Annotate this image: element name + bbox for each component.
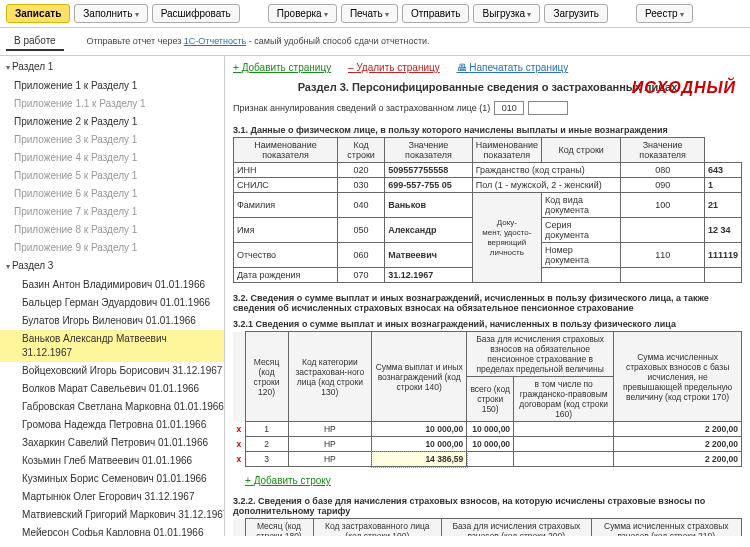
tree-person[interactable]: Громова Надежда Петровна 01.01.1966 bbox=[0, 416, 224, 434]
reporting-link[interactable]: 1С-Отчетность bbox=[184, 36, 246, 46]
delete-row-icon[interactable]: x bbox=[233, 452, 245, 467]
fill-button[interactable]: Заполнить bbox=[74, 4, 147, 23]
check-button[interactable]: Проверка bbox=[268, 4, 337, 23]
save-button[interactable]: Записать bbox=[6, 4, 70, 23]
tree-appendix[interactable]: Приложение 1 к Разделу 1 bbox=[0, 77, 224, 95]
add-page-link[interactable]: + Добавить страницу bbox=[233, 62, 331, 73]
load-button[interactable]: Загрузить bbox=[544, 4, 608, 23]
h32: 3.2. Сведения о сумме выплат и иных возн… bbox=[233, 289, 742, 315]
add-row-link-1[interactable]: + Добавить строку bbox=[245, 475, 331, 486]
tree-section-3[interactable]: Раздел 3 bbox=[0, 257, 224, 276]
tree-person[interactable]: Войцеховский Игорь Борисович 31.12.1967 bbox=[0, 362, 224, 380]
tree-appendix[interactable]: Приложение 5 к Разделу 1 bbox=[0, 167, 224, 185]
tree-person[interactable]: Матвиевский Григорий Маркович 31.12.1967 bbox=[0, 506, 224, 524]
tree-person[interactable]: Базин Антон Владимирович 01.01.1966 bbox=[0, 276, 224, 294]
tree-person[interactable]: Козьмин Глеб Матвеевич 01.01.1966 bbox=[0, 452, 224, 470]
person-data-table[interactable]: Наименование показателяКод строкиЗначени… bbox=[233, 137, 742, 283]
decode-button[interactable]: Расшифровать bbox=[152, 4, 240, 23]
tree-appendix[interactable]: Приложение 6 к Разделу 1 bbox=[0, 185, 224, 203]
tree-appendix[interactable]: Приложение 2 к Разделу 1 bbox=[0, 113, 224, 131]
tree-person[interactable]: Булатов Игорь Виленович 01.01.1966 bbox=[0, 312, 224, 330]
tree-person[interactable]: Бальцер Герман Эдуардович 01.01.1966 bbox=[0, 294, 224, 312]
h322: 3.2.2. Сведения о базе для начисления ст… bbox=[233, 492, 742, 518]
h321: 3.2.1 Сведения о сумме выплат и иных воз… bbox=[233, 315, 742, 331]
delete-page-link[interactable]: – Удалить страницу bbox=[348, 62, 440, 73]
tree-person[interactable]: Мейерсон Софья Карловна 01.01.1966 bbox=[0, 524, 224, 536]
tree-appendix[interactable]: Приложение 3 к Разделу 1 bbox=[0, 131, 224, 149]
content-panel: + Добавить страницу – Удалить страницу 🖶… bbox=[225, 56, 750, 536]
section-title: Раздел 3. Персонифицированные сведения о… bbox=[233, 79, 742, 99]
status-tab[interactable]: В работе bbox=[6, 32, 64, 51]
tree-person[interactable]: Кузминых Борис Семенович 01.01.1966 bbox=[0, 470, 224, 488]
delete-row-icon[interactable]: x bbox=[233, 437, 245, 452]
tree-person[interactable]: Мартынюк Олег Егорович 31.12.1967 bbox=[0, 488, 224, 506]
print-page-link[interactable]: 🖶 Напечатать страницу bbox=[457, 62, 569, 73]
info-text: Отправьте отчет через 1С-Отчетность - са… bbox=[86, 36, 429, 46]
tree-appendix[interactable]: Приложение 8 к Разделу 1 bbox=[0, 221, 224, 239]
export-button[interactable]: Выгрузка bbox=[473, 4, 540, 23]
tree-person[interactable]: Захаркин Савелий Петрович 01.01.1966 bbox=[0, 434, 224, 452]
tree-section-1[interactable]: Раздел 1 bbox=[0, 58, 224, 77]
annul-code: 010 bbox=[494, 101, 524, 115]
tree-appendix[interactable]: Приложение 7 к Разделу 1 bbox=[0, 203, 224, 221]
print-button[interactable]: Печать bbox=[341, 4, 398, 23]
status-stamp: ИСХОДНЫЙ bbox=[632, 79, 736, 97]
h31: 3.1. Данные о физическом лице, в пользу … bbox=[233, 121, 742, 137]
tree-appendix[interactable]: Приложение 4 к Разделу 1 bbox=[0, 149, 224, 167]
main-toolbar: Записать Заполнить Расшифровать Проверка… bbox=[0, 0, 750, 28]
tree-appendix[interactable]: Приложение 1.1 к Разделу 1 bbox=[0, 95, 224, 113]
navigation-tree[interactable]: Раздел 1Приложение 1 к Разделу 1Приложен… bbox=[0, 56, 225, 536]
extra-tariff-table[interactable]: Месяц (код строки 180)Код застрахованног… bbox=[233, 518, 742, 536]
send-button[interactable]: Отправить bbox=[402, 4, 470, 23]
tree-person[interactable]: Волков Марат Савельевич 01.01.1966 bbox=[0, 380, 224, 398]
annul-field: Признак аннулирования сведений о застрах… bbox=[233, 99, 742, 121]
tree-person-selected[interactable]: Ваньков Александр Матвеевич31.12.1967 bbox=[0, 330, 224, 362]
tree-appendix[interactable]: Приложение 9 к Разделу 1 bbox=[0, 239, 224, 257]
tree-person[interactable]: Габровская Светлана Марковна 01.01.1966 bbox=[0, 398, 224, 416]
registry-button[interactable]: Реестр bbox=[636, 4, 693, 23]
annul-value[interactable] bbox=[528, 101, 568, 115]
delete-row-icon[interactable]: x bbox=[233, 422, 245, 437]
payments-table[interactable]: Месяц (код строки 120)Код категории заст… bbox=[233, 331, 742, 467]
sub-bar: В работе Отправьте отчет через 1С-Отчетн… bbox=[0, 28, 750, 56]
